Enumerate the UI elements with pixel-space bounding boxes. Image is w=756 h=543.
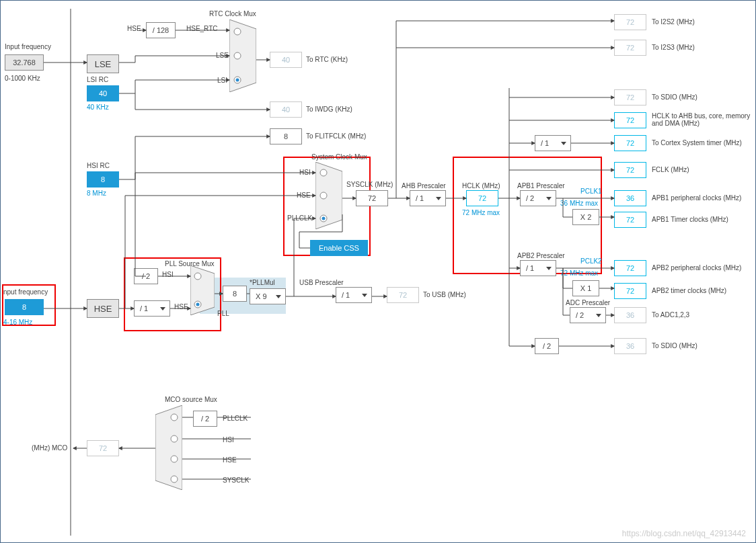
pllmul-label: *PLLMul [250,279,275,286]
hse-div128: / 128 [146,22,176,38]
lsi-rc-label: LSI RC [87,76,108,83]
svg-point-4 [236,79,239,82]
sysclk-mux-title: System Clock Mux [311,153,367,161]
mco-hsi: HSI [223,436,234,444]
hse-osc[interactable]: HSE [87,299,119,318]
chevron-down-icon [160,307,165,310]
hse-input-value[interactable]: 8 [5,299,44,315]
iwdg-out-unit: To IWDG (KHz) [306,106,352,113]
lse-input-range: 0-1000 KHz [5,75,40,82]
out-fclk-value: 72 [614,162,646,178]
watermark: https://blog.csdn.net/qq_42913442 [622,529,746,538]
rtc-out-value: 40 [270,52,302,68]
adc-div-select[interactable]: / 2 [570,307,606,323]
hsi-rc-unit: 8 MHz [87,190,106,197]
mco-title: MCO source Mux [165,396,217,403]
usb-div-select[interactable]: / 1 [336,287,372,303]
rtc-out-unit: To RTC (KHz) [306,56,348,63]
mco-hse: HSE [223,456,237,464]
lse-input-label: Input frequency [5,43,51,50]
out-cortex-unit: To Cortex System timer (MHz) [652,139,742,147]
out-apb2t-unit: APB2 timer clocks (MHz) [652,287,726,294]
ahb-div-select[interactable]: / 1 [410,190,446,206]
pll-source-mux[interactable] [190,265,215,315]
pll-label: PLL [217,310,229,317]
out-apb2t-value: 72 [614,283,646,299]
enable-css-button[interactable]: Enable CSS [310,240,368,256]
out-sdio2-unit: To SDIO (MHz) [652,342,697,349]
iwdg-out-value: 40 [270,101,302,118]
mco-pllclk: PLLCLK [223,415,248,422]
apb1-x2: X 2 [572,209,599,225]
svg-marker-14 [155,405,182,490]
apb2-title: APB2 Prescaler [517,252,565,259]
svg-point-15 [171,414,178,421]
lse-input-value[interactable]: 32.768 [5,54,44,71]
apb1-div-select[interactable]: / 2 [520,190,556,206]
sysclk-value[interactable]: 72 [356,190,388,206]
apb1-title: APB1 Prescaler [517,182,565,190]
rtc-mux[interactable] [229,19,256,92]
sdio2-div: / 2 [535,338,559,354]
apb2-pclk2: PCLK2 [580,257,602,265]
out-apb2p-unit: APB2 peripheral clocks (MHz) [652,264,741,272]
lsi-rc-unit: 40 KHz [87,103,109,111]
hclk-value[interactable]: 72 [466,190,498,206]
rtc-lse-label: LSE [216,52,229,59]
out-fclk-unit: FCLK (MHz) [652,166,689,173]
usb-prescaler-title: USB Prescaler [299,279,344,286]
pll-hse-label: HSE [174,303,188,310]
out-sdio-unit: To SDIO (MHz) [652,93,697,101]
svg-point-2 [234,52,241,59]
out-i2s2-unit: To I2S2 (MHz) [652,18,695,26]
mco-div2: / 2 [193,411,217,427]
lsi-rc-value[interactable]: 40 [87,85,119,101]
sysclk-hse-label: HSE [297,192,311,199]
svg-point-6 [194,273,201,280]
lse-osc[interactable]: LSE [87,54,119,73]
svg-marker-9 [315,162,342,229]
adc-title: ADC Prescaler [566,299,610,306]
chevron-down-icon [546,197,552,200]
svg-point-17 [171,456,178,462]
sysclk-label: SYSCLK (MHz) [346,181,393,188]
out-adc-value: 36 [614,307,646,323]
svg-marker-0 [229,19,256,92]
pll-hsi-div2: / 2 [134,268,158,284]
out-apb1p-unit: APB1 peripheral clocks (MHz) [652,194,741,202]
clock-config-diagram: Input frequency 32.768 0-1000 KHz nput f… [0,0,756,543]
hse-input-label: nput frequency [3,288,48,296]
hse-input-range: 4-16 MHz [3,319,32,326]
svg-point-13 [322,217,326,220]
mco-value: 72 [87,440,119,456]
svg-marker-5 [190,265,215,315]
hse-rtc-label: HSE [127,25,141,32]
mco-mux[interactable] [155,405,182,490]
out-ahb-unit: HCLK to AHB bus, core, memory and DMA (M… [652,112,753,127]
apb2-max: 72 MHz max [560,269,598,277]
sysclk-pllclk-label: PLLCLK [287,214,312,222]
rtc-lsi-label: LSI [217,77,227,84]
hclk-label: HCLK (MHz) [462,182,500,190]
out-apb1t-value: 72 [614,212,646,228]
pll-in-value: 8 [223,286,247,302]
out-i2s3-value: 72 [614,40,646,56]
svg-point-11 [320,192,327,199]
chevron-down-icon [276,295,281,298]
ahb-title: AHB Prescaler [402,182,446,190]
svg-point-8 [196,303,200,306]
apb1-pclk1: PCLK1 [580,187,602,195]
cortex-div-select[interactable]: / 1 [535,135,571,151]
out-i2s3-unit: To I2S3 (MHz) [652,44,695,51]
chevron-down-icon [436,197,441,200]
sysclk-mux[interactable] [315,162,342,229]
out-sdio2-value: 36 [614,338,646,354]
hsi-rc-value[interactable]: 8 [87,171,119,187]
apb2-div-select[interactable]: / 1 [520,260,556,276]
mco-sysclk: SYSCLK [223,476,249,484]
svg-point-1 [234,28,241,35]
hclk-max: 72 MHz max [462,209,500,216]
out-ahb-value: 72 [614,112,646,128]
pll-hse-div-select[interactable]: / 1 [134,300,170,317]
pllmul-select[interactable]: X 9 [250,288,286,304]
